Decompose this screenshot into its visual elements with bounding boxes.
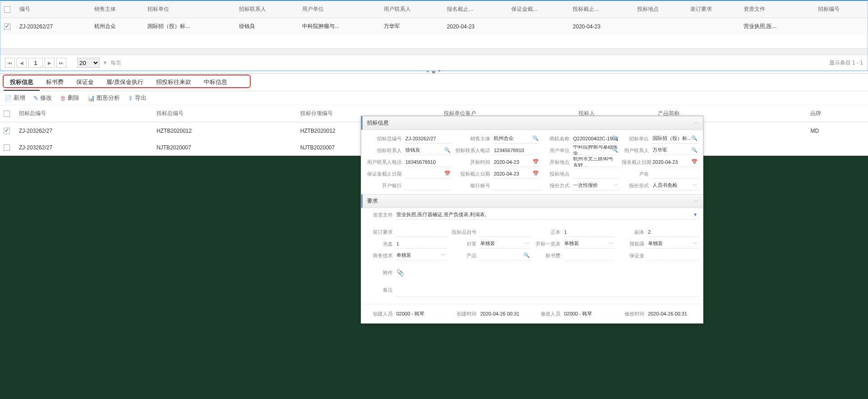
cell: 2020-04-23 bbox=[443, 18, 508, 35]
cell: MD bbox=[807, 122, 868, 139]
cell bbox=[687, 18, 740, 35]
cell bbox=[814, 18, 868, 35]
row-checkbox[interactable] bbox=[4, 23, 10, 30]
tab-win-info[interactable]: 中标信息 bbox=[197, 74, 234, 91]
col-header[interactable]: 品牌 bbox=[807, 105, 868, 122]
edit-icon: ✎ bbox=[33, 95, 38, 102]
export-button[interactable]: ⇪导出 bbox=[128, 94, 147, 102]
chart-icon: 📊 bbox=[87, 95, 95, 102]
col-header[interactable]: 招标总编号 bbox=[15, 105, 153, 122]
edit-button[interactable]: ✎修改 bbox=[33, 94, 52, 102]
last-page-button[interactable]: ⏭ bbox=[56, 58, 66, 68]
add-button[interactable]: 📄新增 bbox=[5, 94, 25, 102]
top-grid-panel: 编号 销售主体 招标单位 招标联系人 用户单位 用户联系人 报名截止... 保证… bbox=[0, 0, 868, 71]
cell: 营业执照,医... bbox=[740, 18, 814, 35]
col-header[interactable]: 报名截止... bbox=[443, 1, 508, 18]
cell: 2020-04-23 bbox=[569, 18, 634, 35]
top-grid: 编号 销售主体 招标单位 招标联系人 用户单位 用户联系人 报名截止... 保证… bbox=[0, 1, 868, 35]
tab-doc-fee[interactable]: 标书费 bbox=[40, 74, 70, 91]
col-header[interactable]: 销售主体 bbox=[91, 1, 144, 18]
row-checkbox[interactable] bbox=[4, 144, 10, 151]
per-page-label: 每页 bbox=[110, 59, 121, 67]
trash-icon: 🗑 bbox=[60, 95, 66, 102]
detail-panel: 招标信息︿ 招标总编号 ZJ-203262/27 销售主体 杭州合众🔍 商机名称… bbox=[361, 116, 703, 156]
pager-summary: 显示条目 1 - 1 bbox=[829, 59, 863, 67]
next-page-button[interactable]: ▶ bbox=[45, 58, 55, 68]
collapse-icon: ︿ bbox=[694, 119, 698, 127]
tab-payments[interactable]: 招投标往来款 bbox=[150, 74, 197, 91]
col-header[interactable]: 资质文件 bbox=[740, 1, 814, 18]
col-header[interactable]: 投标总编号 bbox=[153, 105, 297, 122]
col-header[interactable]: 装订要求 bbox=[687, 1, 740, 18]
delete-button[interactable]: 🗑删除 bbox=[60, 94, 79, 102]
lookup-icon[interactable]: 🔍 bbox=[691, 147, 698, 153]
section-header-bidinfo[interactable]: 招标信息︿ bbox=[361, 116, 703, 130]
chart-button[interactable]: 📊图形分析 bbox=[87, 94, 120, 102]
cell: NJTB2020007 bbox=[153, 139, 297, 156]
toolbar: 📄新增 ✎修改 🗑删除 📊图形分析 ⇪导出 bbox=[0, 91, 868, 105]
pager: ⏮ ◀ ▶ ⏭ 20 ▼ 每页 显示条目 1 - 1 bbox=[0, 55, 868, 70]
page-size-select[interactable]: 20 bbox=[77, 58, 100, 68]
horizontal-scrollbar[interactable] bbox=[0, 48, 868, 55]
table-row[interactable]: ZJ-203262/27 杭州合众 国际招（投）标... 徐钱良 中科院肿瘤与.… bbox=[0, 18, 868, 35]
field-opp[interactable]: Q220200402C-1903🔍 bbox=[572, 134, 619, 144]
cell-user-contact[interactable]: 万华军 bbox=[380, 18, 443, 35]
col-header[interactable]: 投标地点 bbox=[634, 1, 687, 18]
col-header[interactable]: 编号 bbox=[16, 1, 91, 18]
field-user-unit[interactable]: 中科院肿瘤与基础医学...🔍 bbox=[572, 145, 619, 155]
cell-sales[interactable]: 杭州合众 bbox=[91, 18, 144, 35]
col-header[interactable]: 用户单位 bbox=[299, 1, 380, 18]
lookup-icon[interactable]: 🔍 bbox=[612, 135, 618, 141]
col-header[interactable]: 投标截止... bbox=[569, 1, 634, 18]
field-sales[interactable]: 杭州合众🔍 bbox=[493, 134, 540, 144]
export-icon: ⇪ bbox=[128, 95, 133, 102]
field-bid-no[interactable]: ZJ-203262/27 bbox=[404, 134, 451, 144]
tabs-panel: 投标信息 标书费 保证金 履/质保金执行 招投标往来款 中标信息 bbox=[0, 74, 868, 91]
field-unit[interactable]: 国际招（投）标...🔍 bbox=[652, 134, 698, 144]
col-header[interactable]: 招标联系人 bbox=[235, 1, 299, 18]
cell-bid-no[interactable]: ZJ-203262/27 bbox=[16, 18, 91, 35]
col-header[interactable]: 招标编号 bbox=[814, 1, 868, 18]
cell[interactable]: ZJ-203262/27 bbox=[15, 139, 153, 156]
tab-bid-info[interactable]: 投标信息 bbox=[4, 74, 40, 91]
field-user-contact[interactable]: 万华军🔍 bbox=[652, 145, 698, 155]
lookup-icon[interactable]: 🔍 bbox=[444, 147, 450, 153]
col-header[interactable]: 保证金截... bbox=[508, 1, 569, 18]
cell: HZTB2020012 bbox=[153, 122, 297, 139]
lookup-icon[interactable]: 🔍 bbox=[533, 135, 539, 141]
lookup-icon[interactable]: 🔍 bbox=[691, 135, 698, 141]
cell-contact[interactable]: 徐钱良 bbox=[235, 18, 299, 35]
lookup-icon[interactable]: 🔍 bbox=[612, 147, 618, 153]
cell bbox=[634, 18, 687, 35]
row-checkbox[interactable] bbox=[4, 128, 10, 134]
tab-guarantee[interactable]: 履/质保金执行 bbox=[100, 74, 150, 91]
field-phone[interactable]: 12345678910 bbox=[493, 145, 540, 155]
col-header[interactable]: 用户联系人 bbox=[380, 1, 443, 18]
first-page-button[interactable]: ⏮ bbox=[5, 58, 15, 68]
add-icon: 📄 bbox=[5, 95, 12, 102]
col-header[interactable]: 招标单位 bbox=[144, 1, 235, 18]
select-all-checkbox[interactable] bbox=[4, 6, 10, 13]
tab-deposit[interactable]: 保证金 bbox=[70, 74, 100, 91]
cell-user-unit[interactable]: 中科院肿瘤与... bbox=[299, 18, 380, 35]
page-input[interactable] bbox=[28, 58, 43, 68]
cell bbox=[807, 139, 868, 156]
prev-page-button[interactable]: ◀ bbox=[17, 58, 27, 68]
sub-select-all[interactable] bbox=[4, 111, 10, 117]
cell bbox=[508, 18, 569, 35]
cell-unit[interactable]: 国际招（投）标... bbox=[144, 18, 235, 35]
field-contact[interactable]: 徐钱良🔍 bbox=[404, 145, 451, 155]
cell[interactable]: ZJ-203262/27 bbox=[15, 122, 153, 139]
